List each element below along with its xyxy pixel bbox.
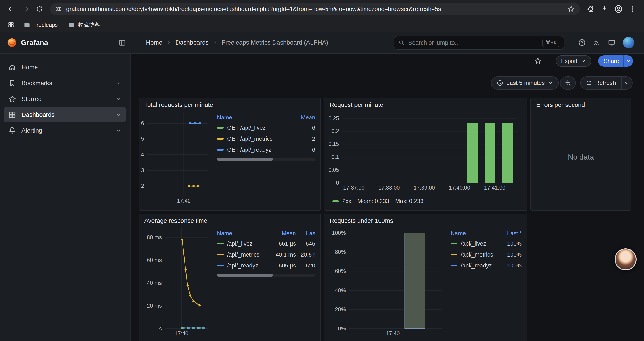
refresh-interval-dropdown[interactable] [621,76,632,90]
series-name[interactable]: /api/_readyz [461,262,499,269]
series-color-marker [217,138,224,140]
search-box[interactable]: ⌘+k [394,36,564,50]
apps-grid-icon[interactable] [5,19,17,31]
downloads-icon[interactable] [598,2,612,16]
requests-under-100ms-chart[interactable]: 100%80%60%40%20%0%17:40 [326,226,446,336]
bookmark-folder-blogs[interactable]: 收藏博客 [65,20,103,30]
panel-requests-under-100ms: Requests under 100ms 100%80%60%40%20%0%1… [324,214,528,341]
refresh-button[interactable]: Refresh [580,76,621,90]
user-avatar[interactable] [623,37,634,48]
sidebar-item-home[interactable]: Home [4,60,126,75]
forward-icon[interactable] [18,2,32,16]
series-name[interactable]: 2xx [342,198,351,204]
back-icon[interactable] [4,2,18,16]
help-icon[interactable] [578,39,586,46]
legend-scrollbar-thumb[interactable] [217,158,273,161]
extensions-icon[interactable] [584,2,598,16]
legend-row[interactable]: /api/_readyz 605 µs 620 [217,260,315,271]
favorite-star-icon[interactable] [534,57,542,65]
sidebar-item-dashboards[interactable]: Dashboards [4,107,126,122]
legend-row[interactable]: GET /api/_readyz 6 [217,144,315,155]
panel-total-requests-per-minute: Total requests per minute 6543217:40 Nam… [138,98,321,211]
legend-col-last[interactable]: Last * [499,230,522,237]
series-name[interactable]: /api/_metrics [461,251,499,258]
legend-scrollbar-thumb[interactable] [217,274,273,277]
series-name[interactable]: /api/_readyz [227,262,269,269]
total-requests-chart[interactable]: 6543217:40 [141,110,212,204]
sidebar-item-starred[interactable]: Starred [4,91,126,107]
search-shortcut: ⌘+k [542,39,560,47]
legend-row[interactable]: /api/_metrics 40.1 ms 20.5 r [217,249,315,260]
chevron-right-icon [166,40,172,45]
legend-row[interactable]: /api/_livez 100% [451,238,522,249]
legend-row[interactable]: /api/_livez 661 µs 646 [217,238,315,249]
legend-scrollbar[interactable] [217,158,315,161]
time-range-picker[interactable]: Last 5 minutes [491,76,559,90]
series-name[interactable]: GET /api/_readyz [227,146,291,153]
sidebar-item-label: Alerting [22,127,42,134]
breadcrumb-dashboards[interactable]: Dashboards [176,39,209,46]
legend-row[interactable]: GET /api/_metrics 2 [217,133,315,144]
reload-icon[interactable] [32,2,46,16]
refresh-group: Refresh [580,76,632,90]
sidebar-item-alerting[interactable]: Alerting [4,123,126,138]
zoom-out-button[interactable] [560,76,576,90]
panel-title[interactable]: Total requests per minute [139,98,320,110]
legend-col-name[interactable]: Name [217,114,291,121]
floating-avatar[interactable] [615,248,636,270]
panel-title[interactable]: Errors per second [531,98,631,110]
legend-scrollbar[interactable] [217,274,315,277]
series-name[interactable]: GET /api/_metrics [227,135,291,142]
chevron-down-icon[interactable] [116,112,122,118]
grafana-logo [7,38,17,47]
legend-row[interactable]: /api/_readyz 100% [451,260,522,271]
svg-text:0.05: 0.05 [328,167,339,173]
series-name[interactable]: GET /api/_livez [227,124,291,131]
svg-text:40%: 40% [335,287,346,293]
bookmark-star-icon[interactable] [568,6,575,13]
browser-menu-icon[interactable] [626,2,640,16]
chevron-down-icon[interactable] [116,128,122,133]
sidebar-item-bookmarks[interactable]: Bookmarks [4,76,126,91]
monitor-icon[interactable] [608,39,616,46]
share-dropdown[interactable] [624,55,633,67]
legend-col-name[interactable]: Name [217,230,269,237]
profile-icon[interactable] [612,2,626,16]
legend-col-name[interactable]: Name [451,230,499,237]
legend-table: Name Mean GET /api/_livez 6 GET /api/_me… [212,110,316,161]
chevron-down-icon[interactable] [116,80,122,86]
site-settings-icon[interactable] [55,6,62,12]
omnibox[interactable] [50,3,580,15]
search-input[interactable] [408,40,539,46]
svg-text:0.2: 0.2 [332,128,339,134]
bookmark-label: Freeleaps [33,22,58,28]
legend-row[interactable]: 2xx Mean: 0.233 Max: 0.233 [332,198,424,204]
series-name[interactable]: /api/_metrics [227,251,269,258]
legend-row[interactable]: /api/_metrics 100% [451,249,522,260]
legend-row[interactable]: GET /api/_livez 6 [217,122,315,133]
series-name[interactable]: /api/_livez [461,240,499,247]
bookmark-folder-freeleaps[interactable]: Freeleaps [20,20,61,30]
svg-text:17:40: 17:40 [177,198,191,204]
grafana-brand[interactable]: Grafana [7,32,48,53]
series-name[interactable]: /api/_livez [227,240,269,247]
svg-text:4: 4 [141,151,144,158]
panel-title[interactable]: Request per minute [324,98,527,110]
legend-col-mean[interactable]: Mean [269,230,296,237]
time-range-label: Last 5 minutes [506,80,545,87]
request-per-minute-chart[interactable]: 0.250.20.150.10.05017:37:0017:38:0017:39… [327,111,522,191]
url-input[interactable] [66,6,563,13]
breadcrumb-home[interactable]: Home [146,39,162,46]
share-button[interactable]: Share [598,55,633,67]
legend-col-last[interactable]: Las [296,230,315,237]
export-button[interactable]: Export [556,55,591,67]
news-rss-icon[interactable] [593,39,600,46]
average-response-time-chart[interactable]: 80 ms60 ms40 ms20 ms0 s17:40 [141,226,212,336]
chevron-down-icon[interactable] [116,96,122,102]
series-last: 646 [296,240,315,247]
panel-title[interactable]: Average response time [139,214,320,226]
folder-icon [68,22,75,28]
dock-menu-icon[interactable] [118,39,126,47]
panel-title[interactable]: Requests under 100ms [324,214,527,226]
legend-col-mean[interactable]: Mean [291,114,315,121]
